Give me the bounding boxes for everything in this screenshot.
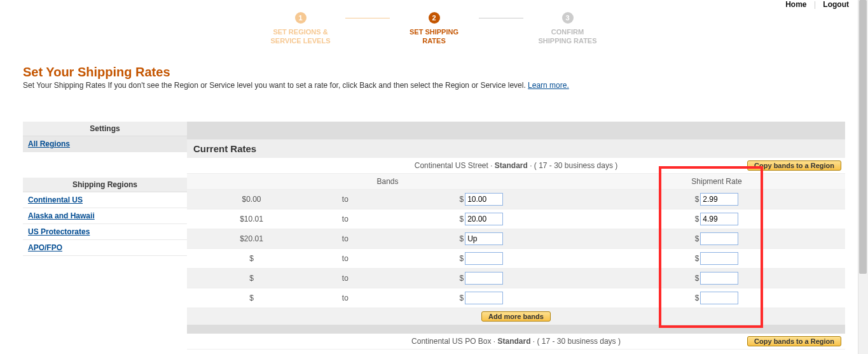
wizard-step-1: 1 SET REGIONS &SERVICE LEVELS <box>256 12 345 46</box>
wizard-step-3-circle: 3 <box>562 12 574 24</box>
dollar-icon: $ <box>460 294 465 302</box>
band-to-label: to <box>316 268 375 288</box>
sidebar-item-alaska-hawaii[interactable]: Alaska and Hawaii <box>23 208 187 224</box>
section-separator <box>187 325 845 334</box>
rate-input[interactable] <box>700 213 738 225</box>
logout-link[interactable]: Logout <box>823 0 849 9</box>
dollar-icon: $ <box>460 274 465 283</box>
band-to-input[interactable] <box>465 272 503 285</box>
rates-table-pobox: Continental US PO Box · Standard · ( 17 … <box>187 334 845 350</box>
region-link[interactable]: US Protectorates <box>28 227 90 236</box>
desc-strong: Standard <box>497 337 530 346</box>
band-to-label: to <box>316 248 375 268</box>
wizard-step-1-circle: 1 <box>295 12 307 24</box>
sidebar-regions-box: Shipping Regions Continental US Alaska a… <box>23 178 187 256</box>
copy-bands-button[interactable]: Copy bands to a Region <box>747 336 841 346</box>
main-panel: Current Rates Continental US Street · St… <box>187 122 845 350</box>
desc-strong: Standard <box>495 161 528 170</box>
wizard-step-3: 3 CONFIRMSHIPPING RATES <box>523 12 612 46</box>
band-row: $0.00 to $ $ <box>187 189 845 209</box>
wizard-line-2 <box>479 18 523 18</box>
desc-suffix: · ( 17 - 30 business days ) <box>531 337 621 346</box>
top-gray-bar <box>187 122 845 139</box>
wizard: 1 SET REGIONS &SERVICE LEVELS 2 SET SHIP… <box>0 12 868 46</box>
settings-header: Settings <box>23 122 187 136</box>
sidebar-item-all-regions[interactable]: All Regions <box>23 136 187 152</box>
band-to-label: to <box>316 229 375 248</box>
band-to-input[interactable] <box>465 232 503 245</box>
band-to-label: to <box>316 288 375 308</box>
rate-input[interactable] <box>700 252 738 265</box>
band-from: $ <box>187 288 316 308</box>
page-subtitle: Set Your Shipping Rates If you don't see… <box>23 81 868 90</box>
wizard-step-2-circle: 2 <box>429 12 440 24</box>
band-from: $ <box>187 268 316 288</box>
desc-suffix: · ( 17 - 30 business days ) <box>528 161 617 170</box>
table-header-row: Bands Shipment Rate <box>187 173 845 189</box>
home-link[interactable]: Home <box>785 0 806 9</box>
sidebar: Settings All Regions Shipping Regions Co… <box>23 122 187 281</box>
desc-prefix: Continental US Street · <box>415 161 495 170</box>
rate-input[interactable] <box>700 232 738 245</box>
scrollbar[interactable] <box>858 0 868 354</box>
sidebar-item-continental-us[interactable]: Continental US <box>23 192 187 208</box>
band-to-input[interactable] <box>465 193 503 206</box>
wizard-step-3-label: CONFIRMSHIPPING RATES <box>538 27 596 46</box>
page-subtitle-text: Set Your Shipping Rates If you don't see… <box>23 81 528 90</box>
rate-input[interactable] <box>700 272 738 285</box>
dollar-icon: $ <box>695 254 701 263</box>
dollar-icon: $ <box>695 274 701 283</box>
region-link[interactable]: APO/FPO <box>28 243 62 252</box>
wizard-step-2: 2 SET SHIPPINGRATES <box>390 12 479 46</box>
band-to-input[interactable] <box>465 213 503 225</box>
band-from: $0.00 <box>187 189 316 209</box>
sidebar-item-apo-fpo[interactable]: APO/FPO <box>23 240 187 256</box>
rate-header: Shipment Rate <box>588 173 845 189</box>
dollar-icon: $ <box>695 215 701 223</box>
rates-table-street: Continental US Street · Standard · ( 17 … <box>187 158 845 325</box>
band-row: $10.01 to $ $ <box>187 209 845 229</box>
wizard-step-1-label: SET REGIONS &SERVICE LEVELS <box>271 27 331 46</box>
dollar-icon: $ <box>695 234 701 243</box>
page-title: Set Your Shipping Rates <box>23 65 868 80</box>
band-row: $ to $ $ <box>187 288 845 308</box>
top-nav: Home | Logout <box>0 0 868 12</box>
band-from: $20.01 <box>187 229 316 248</box>
dollar-icon: $ <box>460 234 465 243</box>
table-desc-row: Continental US PO Box · Standard · ( 17 … <box>187 334 845 350</box>
copy-bands-button[interactable]: Copy bands to a Region <box>747 160 841 171</box>
dollar-icon: $ <box>460 195 465 204</box>
band-to-input[interactable] <box>465 252 503 265</box>
rate-input[interactable] <box>700 292 738 304</box>
shipping-regions-header: Shipping Regions <box>23 178 187 192</box>
dollar-icon: $ <box>695 294 701 302</box>
band-to-label: to <box>316 209 375 229</box>
scrollbar-thumb[interactable] <box>859 0 867 274</box>
band-to-label: to <box>316 189 375 209</box>
band-to-input[interactable] <box>465 292 503 304</box>
sidebar-settings-box: Settings All Regions <box>23 122 187 152</box>
band-row: $ to $ $ <box>187 268 845 288</box>
band-row: $ to $ $ <box>187 248 845 268</box>
table-desc-row: Continental US Street · Standard · ( 17 … <box>187 158 845 174</box>
desc-prefix: Continental US PO Box · <box>411 337 497 346</box>
learn-more-link[interactable]: Learn more. <box>528 81 569 90</box>
wizard-step-2-label: SET SHIPPINGRATES <box>410 27 458 46</box>
wizard-line-1 <box>345 18 390 18</box>
nav-separator: | <box>809 0 821 9</box>
add-more-bands-button[interactable]: Add more bands <box>481 311 551 322</box>
heading: Set Your Shipping Rates Set Your Shippin… <box>23 65 868 90</box>
band-from: $10.01 <box>187 209 316 229</box>
band-row: $20.01 to $ $ <box>187 229 845 248</box>
region-link[interactable]: Continental US <box>28 195 83 204</box>
region-link[interactable]: Alaska and Hawaii <box>28 211 95 220</box>
add-more-bands-row: Add more bands <box>187 308 845 325</box>
dollar-icon: $ <box>460 254 465 263</box>
all-regions-link[interactable]: All Regions <box>28 139 70 148</box>
dollar-icon: $ <box>460 215 465 223</box>
sidebar-item-us-protectorates[interactable]: US Protectorates <box>23 224 187 240</box>
rate-input[interactable] <box>700 193 738 206</box>
bands-header: Bands <box>187 173 588 189</box>
dollar-icon: $ <box>695 195 701 204</box>
current-rates-title: Current Rates <box>187 139 845 158</box>
